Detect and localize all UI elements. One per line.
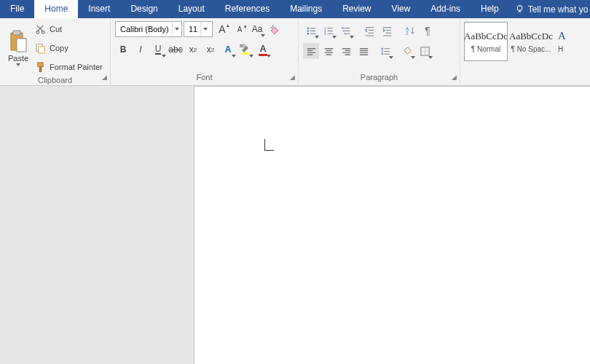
underline-button[interactable]: U bbox=[150, 41, 166, 58]
sort-button[interactable]: AZ bbox=[402, 23, 418, 39]
paste-button[interactable]: Paste bbox=[4, 21, 32, 75]
format-painter-label: Format Painter bbox=[50, 63, 103, 71]
italic-glyph: I bbox=[139, 44, 141, 55]
font-color-glyph: A bbox=[259, 44, 268, 56]
italic-button[interactable]: I bbox=[133, 41, 149, 58]
svg-rect-3 bbox=[17, 39, 26, 52]
style-normal-preview: AaBbCcDc bbox=[464, 31, 508, 42]
bullets-button[interactable] bbox=[303, 23, 319, 39]
show-marks-button[interactable]: ¶ bbox=[420, 23, 436, 39]
svg-rect-9 bbox=[39, 66, 42, 72]
shrink-font-glyph: A bbox=[237, 25, 243, 33]
bucket-icon bbox=[402, 46, 413, 57]
style-heading-name: H bbox=[558, 45, 563, 53]
svg-point-19 bbox=[344, 33, 345, 34]
copy-button[interactable]: Copy bbox=[35, 40, 103, 56]
tab-design[interactable]: Design bbox=[120, 0, 168, 18]
tab-review[interactable]: Review bbox=[332, 0, 381, 18]
menu-bar: File Home Insert Design Layout Reference… bbox=[0, 0, 590, 18]
group-clipboard-label: Clipboard bbox=[38, 76, 72, 84]
tab-references[interactable]: References bbox=[215, 0, 280, 18]
svg-point-4 bbox=[36, 31, 39, 33]
svg-point-17 bbox=[341, 27, 342, 28]
chevron-down-icon bbox=[315, 36, 319, 39]
tab-view[interactable]: View bbox=[382, 0, 421, 18]
change-case-button[interactable]: Aa bbox=[249, 21, 265, 37]
decrease-indent-button[interactable] bbox=[361, 23, 377, 39]
shrink-font-button[interactable]: A▾ bbox=[232, 21, 248, 37]
tell-me-search[interactable]: Tell me what yo bbox=[515, 0, 589, 18]
style-heading[interactable]: A H bbox=[554, 22, 570, 61]
format-painter-button[interactable]: Format Painter bbox=[35, 59, 103, 75]
justify-button[interactable] bbox=[355, 43, 371, 59]
chevron-down-icon bbox=[249, 55, 253, 58]
borders-button[interactable] bbox=[417, 43, 433, 59]
subscript-button[interactable]: x2 bbox=[185, 41, 201, 58]
align-center-button[interactable] bbox=[320, 43, 337, 59]
document-page[interactable] bbox=[194, 86, 590, 364]
style-heading-preview: A bbox=[558, 30, 566, 42]
launcher-icon[interactable]: ◢ bbox=[452, 72, 457, 82]
numbering-button[interactable]: 123 bbox=[320, 23, 337, 39]
svg-rect-8 bbox=[38, 62, 44, 66]
sort-icon: AZ bbox=[405, 25, 416, 36]
chevron-down-icon bbox=[162, 55, 166, 58]
increase-indent-button[interactable] bbox=[379, 23, 395, 39]
strike-button[interactable]: abc bbox=[168, 41, 184, 58]
tab-home[interactable]: Home bbox=[34, 0, 78, 18]
align-center-icon bbox=[323, 46, 334, 57]
cut-button[interactable]: Cut bbox=[35, 21, 103, 37]
change-case-glyph: Aa bbox=[252, 24, 263, 34]
shading-button[interactable] bbox=[399, 43, 415, 59]
borders-icon bbox=[420, 46, 430, 57]
justify-icon bbox=[358, 46, 369, 57]
style-normal-name: ¶ Normal bbox=[471, 45, 500, 53]
group-styles: AaBbCcDc ¶ Normal AaBbCcDc ¶ No Spac... … bbox=[460, 18, 590, 85]
clear-formatting-button[interactable] bbox=[267, 21, 283, 37]
text-effects-button[interactable]: A bbox=[220, 41, 236, 58]
tab-layout[interactable]: Layout bbox=[168, 0, 215, 18]
launcher-icon[interactable]: ◢ bbox=[290, 72, 295, 82]
copy-label: Copy bbox=[50, 44, 68, 52]
underline-glyph: U bbox=[155, 45, 162, 55]
tab-mailings[interactable]: Mailings bbox=[280, 0, 332, 18]
launcher-icon[interactable]: ◢ bbox=[102, 72, 107, 82]
lightbulb-icon bbox=[515, 4, 524, 14]
strike-glyph: abc bbox=[168, 44, 182, 55]
style-normal[interactable]: AaBbCcDc ¶ Normal bbox=[464, 22, 508, 61]
spacing-icon bbox=[380, 46, 391, 57]
chevron-down-icon bbox=[332, 36, 337, 39]
group-paragraph-label: Paragraph bbox=[361, 73, 398, 82]
svg-point-18 bbox=[342, 30, 344, 31]
line-spacing-button[interactable] bbox=[377, 43, 393, 59]
style-nospacing[interactable]: AaBbCcDc ¶ No Spac... bbox=[509, 22, 553, 61]
ribbon: Paste Cut Copy Format Painter Clipboard◢ bbox=[0, 18, 590, 86]
grow-font-button[interactable]: A▴ bbox=[214, 21, 230, 37]
align-right-button[interactable] bbox=[338, 43, 354, 59]
tab-help[interactable]: Help bbox=[471, 0, 509, 18]
cut-label: Cut bbox=[50, 25, 62, 33]
superscript-button[interactable]: x2 bbox=[202, 41, 219, 58]
eraser-icon bbox=[269, 23, 280, 35]
font-color-button[interactable]: A bbox=[255, 41, 271, 58]
tab-addins[interactable]: Add-ins bbox=[420, 0, 471, 18]
chevron-down-icon bbox=[267, 55, 271, 58]
highlight-button[interactable]: ab bbox=[237, 41, 253, 58]
tab-insert[interactable]: Insert bbox=[78, 0, 120, 18]
font-name-value: Calibri (Body) bbox=[116, 25, 172, 33]
highlight-glyph: ab bbox=[240, 43, 245, 48]
font-name-select[interactable]: Calibri (Body) bbox=[115, 21, 182, 37]
page-gutter bbox=[0, 86, 194, 364]
chevron-down-icon bbox=[175, 28, 179, 31]
align-right-icon bbox=[341, 46, 352, 57]
svg-rect-2 bbox=[13, 31, 20, 35]
svg-point-12 bbox=[307, 30, 309, 32]
tab-file[interactable]: File bbox=[0, 0, 34, 18]
font-size-select[interactable]: 11 bbox=[184, 21, 213, 37]
align-left-button[interactable] bbox=[303, 43, 319, 59]
chevron-down-icon bbox=[203, 28, 208, 31]
bold-button[interactable]: B bbox=[115, 41, 131, 58]
svg-rect-7 bbox=[39, 46, 44, 52]
multilevel-button[interactable] bbox=[338, 23, 354, 39]
bold-glyph: B bbox=[120, 44, 127, 55]
